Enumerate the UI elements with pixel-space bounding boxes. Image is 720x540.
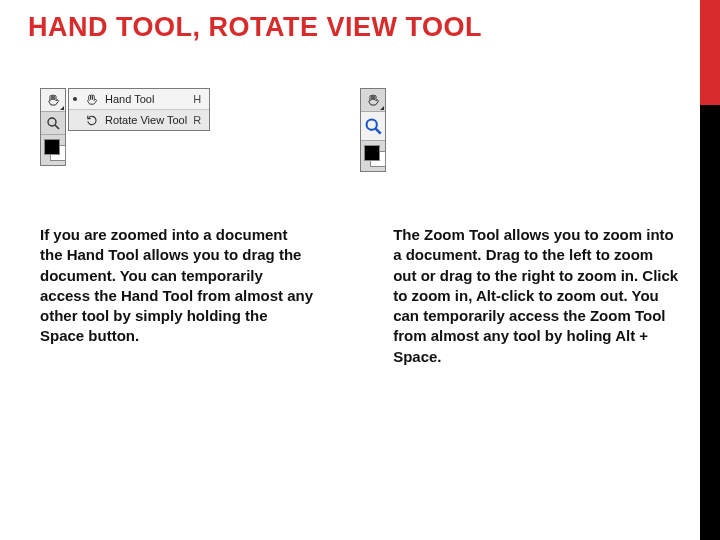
color-swatches[interactable] bbox=[361, 140, 385, 171]
flyout-indicator-icon bbox=[60, 106, 64, 110]
tool-flyout: Hand Tool H Rotate View Tool R bbox=[68, 88, 210, 131]
tool-zoom[interactable] bbox=[41, 111, 65, 134]
flyout-label: Hand Tool bbox=[105, 93, 187, 105]
rotate-view-icon bbox=[83, 112, 99, 128]
svg-line-1 bbox=[55, 125, 59, 129]
flyout-label: Rotate View Tool bbox=[105, 114, 187, 126]
column-right: The Zoom Tool allows you to zoom into a … bbox=[393, 225, 680, 367]
toolbar-left bbox=[40, 88, 66, 166]
swatch-foreground bbox=[364, 145, 380, 161]
tool-hand[interactable] bbox=[361, 89, 385, 111]
swatch-foreground bbox=[44, 139, 60, 155]
flyout-shortcut: R bbox=[193, 114, 201, 126]
magnifier-icon bbox=[46, 116, 60, 130]
active-dot-icon bbox=[73, 97, 77, 101]
svg-point-2 bbox=[367, 120, 377, 130]
figures-row: Hand Tool H Rotate View Tool R bbox=[40, 88, 680, 172]
page-title: HAND TOOL, ROTATE VIEW TOOL bbox=[0, 0, 720, 43]
flyout-shortcut: H bbox=[193, 93, 201, 105]
magnifier-icon bbox=[364, 117, 382, 135]
color-swatches[interactable] bbox=[41, 134, 65, 165]
svg-point-0 bbox=[48, 118, 56, 126]
tool-zoom[interactable] bbox=[361, 111, 385, 140]
text-columns: If you are zoomed into a document the Ha… bbox=[40, 225, 680, 367]
flyout-item-hand[interactable]: Hand Tool H bbox=[69, 89, 209, 109]
svg-line-3 bbox=[376, 129, 381, 134]
hand-icon bbox=[46, 93, 60, 107]
hand-icon bbox=[366, 93, 380, 107]
accent-bar bbox=[700, 0, 720, 540]
figure-hand-tool: Hand Tool H Rotate View Tool R bbox=[40, 88, 210, 172]
flyout-indicator-icon bbox=[380, 106, 384, 110]
hand-icon bbox=[83, 91, 99, 107]
figure-zoom-tool bbox=[360, 88, 386, 172]
toolbar-right bbox=[360, 88, 386, 172]
flyout-item-rotate-view[interactable]: Rotate View Tool R bbox=[69, 109, 209, 130]
column-left: If you are zoomed into a document the Ha… bbox=[40, 225, 313, 367]
tool-hand[interactable] bbox=[41, 89, 65, 111]
